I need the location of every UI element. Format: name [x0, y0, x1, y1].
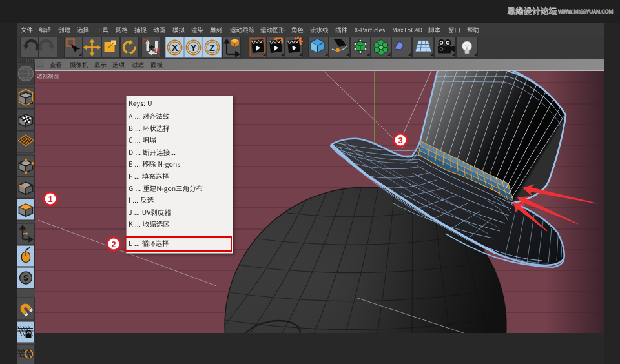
svg-text:Y: Y	[191, 43, 197, 53]
svg-text:3: 3	[398, 136, 402, 145]
svg-text:X: X	[172, 43, 178, 53]
svg-text:S: S	[23, 274, 28, 283]
svg-text:1: 1	[48, 194, 52, 204]
svg-text:Z: Z	[209, 43, 215, 53]
svg-text:2: 2	[111, 239, 116, 249]
